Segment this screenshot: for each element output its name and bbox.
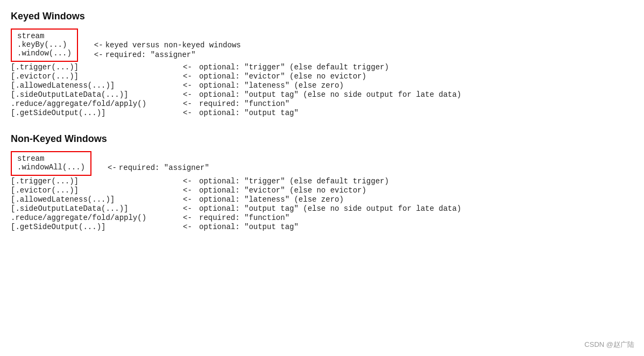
nonkeyed-windowall-comment: <- required: "assigner": [108, 163, 209, 172]
keyed-code-box: stream .keyBy(...) .window(...): [11, 29, 78, 62]
keyed-keyby-comment: <- keyed versus non-keyed windows: [94, 41, 241, 49]
nonkeyed-stream-line: stream: [17, 154, 85, 163]
nonkeyed-lateness-line: [.allowedLateness(...)] <- optional: "la…: [11, 195, 628, 204]
nonkeyed-evictor-line: [.evictor(...)] <- optional: "evictor" (…: [11, 186, 628, 195]
keyed-keyby-line: .keyBy(...): [17, 40, 72, 49]
keyed-trigger-line: [.trigger(...)] <- optional: "trigger" (…: [11, 63, 628, 72]
keyed-reduce-line: .reduce/aggregate/fold/apply() <- requir…: [11, 99, 628, 108]
keyed-sideoutput-line: [.sideOutputLateData(...)] <- optional: …: [11, 90, 628, 99]
keyed-window-comment: <- required: "assigner": [94, 51, 241, 59]
nonkeyed-sideoutput-line: [.sideOutputLateData(...)] <- optional: …: [11, 204, 628, 213]
nonkeyed-code-box: stream .windowAll(...): [11, 151, 91, 176]
keyed-window-line: .window(...): [17, 49, 72, 58]
nonkeyed-windowall-line: .windowAll(...): [17, 163, 85, 172]
keyed-windows-section: Keyed Windows stream .keyBy(...) .window…: [11, 11, 628, 117]
keyed-evictor-line: [.evictor(...)] <- optional: "evictor" (…: [11, 72, 628, 81]
nonkeyed-reduce-line: .reduce/aggregate/fold/apply() <- requir…: [11, 213, 628, 222]
nonkeyed-lines: [.trigger(...)] <- optional: "trigger" (…: [11, 177, 628, 231]
keyed-getsideoutput-line: [.getSideOutput(...)] <- optional: "outp…: [11, 109, 628, 117]
keyed-windows-title: Keyed Windows: [11, 11, 628, 22]
nonkeyed-trigger-line: [.trigger(...)] <- optional: "trigger" (…: [11, 177, 628, 186]
nonkeyed-getsideoutput-line: [.getSideOutput(...)] <- optional: "outp…: [11, 223, 628, 231]
watermark: CSDN @赵广陆: [584, 340, 634, 350]
nonkeyed-windows-title: Non-Keyed Windows: [11, 133, 628, 145]
keyed-lateness-line: [.allowedLateness(...)] <- optional: "la…: [11, 81, 628, 90]
keyed-stream-line: stream: [17, 32, 72, 40]
keyed-lines: [.trigger(...)] <- optional: "trigger" (…: [11, 63, 628, 117]
nonkeyed-windows-section: Non-Keyed Windows stream .windowAll(...)…: [11, 133, 628, 231]
